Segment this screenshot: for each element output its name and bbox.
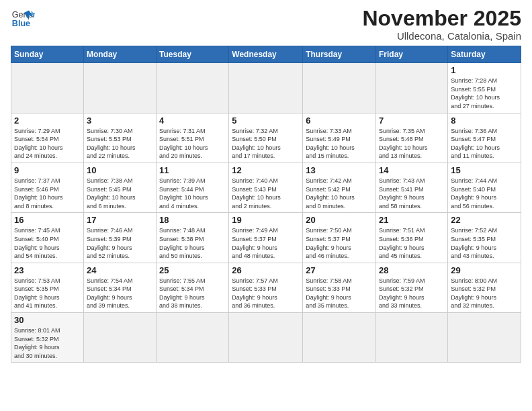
col-header-monday: Monday	[83, 46, 156, 63]
day-info: Sunrise: 7:58 AM Sunset: 5:33 PM Dayligh…	[306, 277, 373, 310]
calendar-cell: 24Sunrise: 7:54 AM Sunset: 5:34 PM Dayli…	[83, 263, 156, 312]
calendar-cell	[448, 313, 521, 363]
day-number: 21	[379, 215, 445, 225]
page: General Blue November 2025 Ulldecona, Ca…	[0, 0, 532, 411]
day-number: 9	[14, 165, 81, 175]
day-number: 2	[14, 116, 81, 126]
calendar-cell	[83, 63, 156, 113]
day-number: 10	[87, 165, 153, 175]
calendar-cell: 12Sunrise: 7:40 AM Sunset: 5:43 PM Dayli…	[229, 163, 303, 212]
day-info: Sunrise: 7:33 AM Sunset: 5:49 PM Dayligh…	[306, 127, 373, 161]
day-info: Sunrise: 8:01 AM Sunset: 5:32 PM Dayligh…	[14, 326, 81, 360]
calendar-cell: 14Sunrise: 7:43 AM Sunset: 5:41 PM Dayli…	[376, 163, 448, 212]
day-number: 1	[451, 65, 518, 75]
calendar-header-row: SundayMondayTuesdayWednesdayThursdayFrid…	[11, 46, 521, 63]
day-info: Sunrise: 7:59 AM Sunset: 5:32 PM Dayligh…	[379, 277, 445, 310]
logo: General Blue	[11, 7, 35, 31]
day-info: Sunrise: 7:49 AM Sunset: 5:37 PM Dayligh…	[232, 226, 300, 260]
calendar-subtitle: Ulldecona, Catalonia, Spain	[362, 30, 521, 42]
calendar-week-row: 23Sunrise: 7:53 AM Sunset: 5:35 PM Dayli…	[11, 263, 521, 312]
calendar-cell	[229, 313, 303, 363]
day-number: 17	[87, 215, 153, 225]
calendar-cell: 13Sunrise: 7:42 AM Sunset: 5:42 PM Dayli…	[303, 163, 376, 212]
calendar-cell: 9Sunrise: 7:37 AM Sunset: 5:46 PM Daylig…	[11, 163, 84, 212]
svg-text:Blue: Blue	[12, 19, 30, 28]
calendar-week-row: 16Sunrise: 7:45 AM Sunset: 5:40 PM Dayli…	[11, 213, 521, 263]
day-number: 16	[14, 215, 81, 225]
day-number: 27	[306, 265, 373, 275]
day-number: 23	[14, 265, 81, 275]
calendar-cell: 23Sunrise: 7:53 AM Sunset: 5:35 PM Dayli…	[11, 263, 84, 312]
day-info: Sunrise: 7:44 AM Sunset: 5:40 PM Dayligh…	[451, 177, 518, 210]
calendar-cell: 5Sunrise: 7:32 AM Sunset: 5:50 PM Daylig…	[229, 113, 303, 163]
day-info: Sunrise: 7:53 AM Sunset: 5:35 PM Dayligh…	[14, 277, 81, 310]
calendar-cell: 22Sunrise: 7:52 AM Sunset: 5:35 PM Dayli…	[448, 213, 521, 263]
day-number: 15	[451, 165, 518, 175]
calendar-cell: 3Sunrise: 7:30 AM Sunset: 5:53 PM Daylig…	[83, 113, 156, 163]
calendar-cell	[83, 313, 156, 363]
day-info: Sunrise: 7:36 AM Sunset: 5:47 PM Dayligh…	[451, 127, 518, 161]
calendar-week-row: 2Sunrise: 7:29 AM Sunset: 5:54 PM Daylig…	[11, 113, 521, 163]
calendar-cell: 21Sunrise: 7:51 AM Sunset: 5:36 PM Dayli…	[376, 213, 448, 263]
day-info: Sunrise: 7:29 AM Sunset: 5:54 PM Dayligh…	[14, 127, 81, 161]
day-number: 19	[232, 215, 300, 225]
calendar-cell: 28Sunrise: 7:59 AM Sunset: 5:32 PM Dayli…	[376, 263, 448, 312]
day-info: Sunrise: 7:45 AM Sunset: 5:40 PM Dayligh…	[14, 226, 81, 260]
calendar-cell: 25Sunrise: 7:55 AM Sunset: 5:34 PM Dayli…	[157, 263, 229, 312]
day-info: Sunrise: 7:46 AM Sunset: 5:39 PM Dayligh…	[87, 226, 153, 260]
day-number: 8	[451, 116, 518, 126]
calendar-cell: 4Sunrise: 7:31 AM Sunset: 5:51 PM Daylig…	[157, 113, 229, 163]
day-info: Sunrise: 7:55 AM Sunset: 5:34 PM Dayligh…	[159, 277, 226, 310]
day-number: 3	[87, 116, 153, 126]
day-info: Sunrise: 7:52 AM Sunset: 5:35 PM Dayligh…	[451, 226, 518, 260]
col-header-friday: Friday	[376, 46, 448, 63]
day-info: Sunrise: 7:38 AM Sunset: 5:45 PM Dayligh…	[87, 177, 153, 210]
calendar-cell	[157, 63, 229, 113]
calendar-cell: 27Sunrise: 7:58 AM Sunset: 5:33 PM Dayli…	[303, 263, 376, 312]
day-info: Sunrise: 7:43 AM Sunset: 5:41 PM Dayligh…	[379, 177, 445, 210]
day-info: Sunrise: 7:48 AM Sunset: 5:38 PM Dayligh…	[159, 226, 226, 260]
day-info: Sunrise: 7:32 AM Sunset: 5:50 PM Dayligh…	[232, 127, 300, 161]
calendar-cell	[303, 313, 376, 363]
calendar-cell: 10Sunrise: 7:38 AM Sunset: 5:45 PM Dayli…	[83, 163, 156, 212]
calendar-cell: 20Sunrise: 7:50 AM Sunset: 5:37 PM Dayli…	[303, 213, 376, 263]
calendar-week-row: 1Sunrise: 7:28 AM Sunset: 5:55 PM Daylig…	[11, 63, 521, 113]
col-header-sunday: Sunday	[11, 46, 84, 63]
calendar-cell	[376, 63, 448, 113]
title-block: November 2025 Ulldecona, Catalonia, Spai…	[362, 7, 521, 42]
day-number: 12	[232, 165, 300, 175]
calendar-week-row: 9Sunrise: 7:37 AM Sunset: 5:46 PM Daylig…	[11, 163, 521, 212]
day-info: Sunrise: 7:31 AM Sunset: 5:51 PM Dayligh…	[159, 127, 226, 161]
day-info: Sunrise: 7:50 AM Sunset: 5:37 PM Dayligh…	[306, 226, 373, 260]
day-info: Sunrise: 7:54 AM Sunset: 5:34 PM Dayligh…	[87, 277, 153, 310]
day-info: Sunrise: 7:40 AM Sunset: 5:43 PM Dayligh…	[232, 177, 300, 210]
calendar-cell	[303, 63, 376, 113]
day-number: 5	[232, 116, 300, 126]
calendar-week-row: 30Sunrise: 8:01 AM Sunset: 5:32 PM Dayli…	[11, 313, 521, 363]
day-number: 24	[87, 265, 153, 275]
calendar-cell: 17Sunrise: 7:46 AM Sunset: 5:39 PM Dayli…	[83, 213, 156, 263]
day-info: Sunrise: 7:28 AM Sunset: 5:55 PM Dayligh…	[451, 77, 518, 110]
calendar-cell: 11Sunrise: 7:39 AM Sunset: 5:44 PM Dayli…	[157, 163, 229, 212]
day-info: Sunrise: 7:51 AM Sunset: 5:36 PM Dayligh…	[379, 226, 445, 260]
day-number: 30	[14, 315, 81, 325]
day-number: 4	[159, 116, 226, 126]
day-number: 29	[451, 265, 518, 275]
calendar-cell: 16Sunrise: 7:45 AM Sunset: 5:40 PM Dayli…	[11, 213, 84, 263]
calendar-cell	[229, 63, 303, 113]
col-header-wednesday: Wednesday	[229, 46, 303, 63]
calendar-cell: 29Sunrise: 8:00 AM Sunset: 5:32 PM Dayli…	[448, 263, 521, 312]
day-number: 14	[379, 165, 445, 175]
day-number: 25	[159, 265, 226, 275]
header: General Blue November 2025 Ulldecona, Ca…	[11, 7, 521, 42]
calendar-cell: 30Sunrise: 8:01 AM Sunset: 5:32 PM Dayli…	[11, 313, 84, 363]
day-info: Sunrise: 7:30 AM Sunset: 5:53 PM Dayligh…	[87, 127, 153, 161]
day-info: Sunrise: 7:35 AM Sunset: 5:48 PM Dayligh…	[379, 127, 445, 161]
calendar-cell: 15Sunrise: 7:44 AM Sunset: 5:40 PM Dayli…	[448, 163, 521, 212]
day-info: Sunrise: 7:39 AM Sunset: 5:44 PM Dayligh…	[159, 177, 226, 210]
day-number: 22	[451, 215, 518, 225]
day-info: Sunrise: 7:57 AM Sunset: 5:33 PM Dayligh…	[232, 277, 300, 310]
calendar-cell: 19Sunrise: 7:49 AM Sunset: 5:37 PM Dayli…	[229, 213, 303, 263]
calendar-cell: 18Sunrise: 7:48 AM Sunset: 5:38 PM Dayli…	[157, 213, 229, 263]
calendar-cell: 26Sunrise: 7:57 AM Sunset: 5:33 PM Dayli…	[229, 263, 303, 312]
